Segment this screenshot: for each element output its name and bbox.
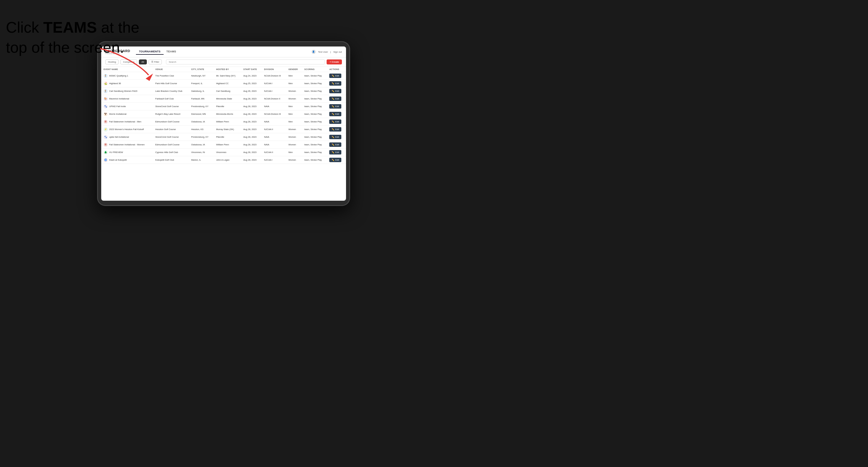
edit-icon: ✏️ [332,105,334,108]
event-name: Fall Statesmen Invitational - Men [109,120,141,123]
search-input[interactable] [166,59,325,64]
venue-cell: Kokopelli Golf Club [153,156,189,164]
table-row: 🦅 Morris Invitational Rutger's Bay Lake … [101,111,346,118]
edit-icon: ✏️ [332,151,334,154]
edit-icon: ✏️ [332,128,334,131]
table-row: 🌲 VU PREVIEW Cypress Hills Golf ClubVinc… [101,149,346,156]
event-icon: 🏌 [103,74,108,78]
edit-icon: ✏️ [332,74,334,77]
hosted-by-cell: Pikeville [214,133,241,141]
start-date-cell: Aug 28, 2023 [241,95,262,103]
col-venue: VENUE [153,67,189,72]
event-name-cell: 🌲 VU PREVIEW [101,149,153,156]
instruction-line1: Click TEAMS at the [6,19,140,36]
city-cell: Deerwood, MN [189,111,214,118]
col-event-name: EVENT NAME [101,67,153,72]
event-name: UPIKE Fall Invite [109,105,126,108]
col-actions: ACTIONS [327,67,346,72]
hosted-by-cell: Highland CC [214,80,241,87]
venue-cell: Lake Bracken Country Club [153,87,189,95]
start-date-cell: Aug 28, 2023 [241,141,262,149]
edit-button[interactable]: ✏️ Edit [329,104,341,108]
division-cell: NJCAA II [262,126,286,133]
tablet-screen: SCOREBOARD Powered by clippit TOURNAMENT… [101,46,346,201]
edit-button[interactable]: ✏️ Edit [329,150,341,155]
edit-button[interactable]: ✏️ Edit [329,127,341,131]
city-cell: Prestonsburg, KY [189,133,214,141]
hosted-by-cell: John A Logan [214,156,241,164]
start-date-cell: Aug 28, 2023 [241,133,262,141]
event-icon: 🏌 [103,89,108,93]
edit-button[interactable]: ✏️ Edit [329,120,341,124]
hosted-by-cell: Pikeville [214,103,241,111]
col-start-date: START DATE [241,67,262,72]
event-name: 2023 Women's Hesston Fall Kickoff [109,128,144,131]
tab-teams[interactable]: TEAMS [164,49,179,55]
edit-button[interactable]: ✏️ Edit [329,112,341,116]
start-date-cell: Aug 28, 2023 [241,111,262,118]
edit-button[interactable]: ✏️ Edit [329,96,341,101]
event-name-cell: ⛳ Highland 36 [101,80,153,87]
gender-cell: Women [286,87,302,95]
city-cell: Galesburg, IL [189,87,214,95]
division-cell: NJCAA I [262,80,286,87]
instruction-line2: top of the screen. [6,39,124,56]
event-name-cell: 🐎 Maverick Invitational [101,95,153,103]
venue-cell: Cypress Hills Golf Club [153,149,189,156]
venue-cell: Edmundson Golf Course [153,118,189,126]
event-icon: 🦅 [103,112,108,116]
division-cell: NAIA [262,118,286,126]
table-row: 🐾 UPIKE Fall Invite StoneCrest Golf Cour… [101,103,346,111]
city-cell: Oskaloosa, IA [189,141,214,149]
filter-button[interactable]: ☰ Filter [149,59,162,64]
table-body: 🏌 MSMC Qualifying 1 The Powelton ClubNew… [101,72,346,164]
tablet-frame: SCOREBOARD Powered by clippit TOURNAMENT… [97,41,350,206]
hosted-by-cell: Carl Sandburg [214,87,241,95]
event-name-cell: 🏌 Carl Sandburg Women FA23 [101,87,153,95]
gender-cell: Men [286,111,302,118]
scoring-cell: team, Stroke Play [302,103,327,111]
edit-button[interactable]: ✏️ Edit [329,158,341,162]
table-header: EVENT NAME VENUE CITY, STATE HOSTED BY S… [101,67,346,72]
gender-cell: Women [286,141,302,149]
event-name: Maverick Invitational [109,97,129,100]
competing-button[interactable]: Competing [120,59,137,64]
actions-cell: ✏️ Edit [327,87,346,95]
hosted-by-cell: William Penn [214,118,241,126]
venue-cell: The Powelton Club [153,72,189,80]
col-city-state: CITY, STATE [189,67,214,72]
edit-button[interactable]: ✏️ Edit [329,89,341,93]
user-name: Test User [318,51,328,53]
division-cell: NJCAA I [262,156,286,164]
hosted-by-cell: Murray State (OK) [214,126,241,133]
hosted-by-cell: Minnesota-Morris [214,111,241,118]
edit-button[interactable]: ✏️ Edit [329,135,341,139]
event-name-cell: 🦅 Morris Invitational [101,111,153,118]
actions-cell: ✏️ Edit [327,111,346,118]
event-icon: 🏛 [103,120,108,124]
table-row: ⛳ Highland 36 Park Hills Golf CourseFree… [101,80,346,87]
scoring-cell: team, Stroke Play [302,141,327,149]
sign-out-link[interactable]: Sign out [333,51,342,53]
venue-cell: Park Hills Golf Course [153,80,189,87]
col-gender: GENDER [286,67,302,72]
division-cell: NCAA Division III [262,111,286,118]
edit-button[interactable]: ✏️ Edit [329,143,341,147]
edit-icon: ✏️ [332,90,334,92]
city-cell: Hesston, KS [189,126,214,133]
event-name: Highland 36 [109,82,121,85]
city-cell: Faribault, MN [189,95,214,103]
all-button[interactable]: All [139,59,147,64]
hosting-button[interactable]: Hosting [105,59,119,64]
division-cell: NAIA [262,103,286,111]
event-name-cell: 🐾 upike fall invitational [101,133,153,141]
actions-cell: ✏️ Edit [327,126,346,133]
edit-button[interactable]: ✏️ Edit [329,81,341,86]
tab-tournaments[interactable]: TOURNAMENTS [136,49,163,55]
event-icon: 🏛 [103,143,108,147]
city-cell: Oskaloosa, IA [189,118,214,126]
edit-button[interactable]: ✏️ Edit [329,73,341,78]
venue-cell: StoneCrest Golf Course [153,103,189,111]
venue-cell: Edmundson Golf Course [153,141,189,149]
create-button[interactable]: + Create [327,59,342,64]
